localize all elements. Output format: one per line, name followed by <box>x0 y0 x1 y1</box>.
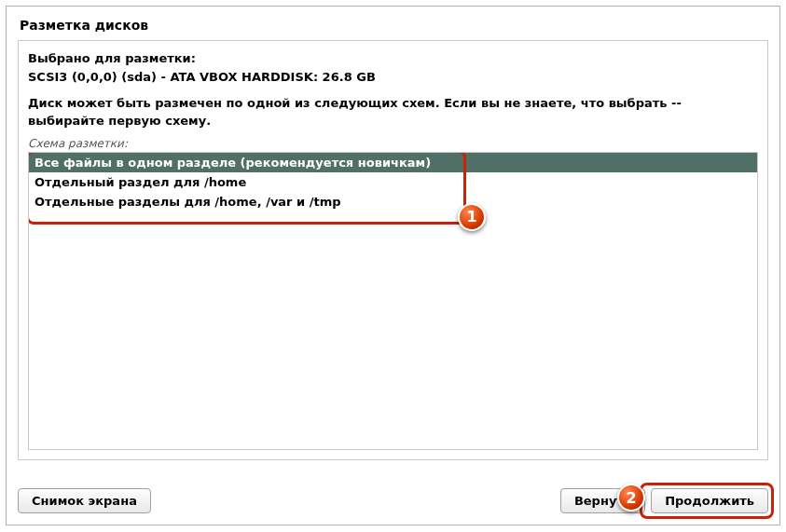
selected-for-partitioning-label: Выбрано для разметки: <box>28 50 758 67</box>
scheme-label: Схема разметки: <box>28 137 758 150</box>
screenshot-button[interactable]: Снимок экрана <box>18 488 151 513</box>
dialog-title: Разметка дисков <box>7 7 779 40</box>
description-text: Диск может быть размечен по одной из сле… <box>28 95 758 129</box>
dialog-window: Разметка дисков Выбрано для разметки: SC… <box>6 6 780 525</box>
button-row: Снимок экрана Вернуть 2 Продолжить <box>18 488 768 513</box>
back-button[interactable]: Вернуть <box>560 488 645 513</box>
continue-button[interactable]: Продолжить <box>651 488 768 513</box>
content-frame: Выбрано для разметки: SCSI3 (0,0,0) (sda… <box>18 40 768 460</box>
partition-scheme-listbox[interactable]: 1 Все файлы в одном разделе (рекомендует… <box>28 152 758 450</box>
disk-info: SCSI3 (0,0,0) (sda) - ATA VBOX HARDDISK:… <box>28 69 758 86</box>
option-separate-home-var-tmp[interactable]: Отдельные разделы для /home, /var и /tmp <box>29 192 757 211</box>
continue-wrap: 2 Продолжить <box>645 488 768 513</box>
option-all-files-one-partition[interactable]: Все файлы в одном разделе (рекомендуется… <box>29 153 757 172</box>
option-separate-home[interactable]: Отдельный раздел для /home <box>29 172 757 192</box>
